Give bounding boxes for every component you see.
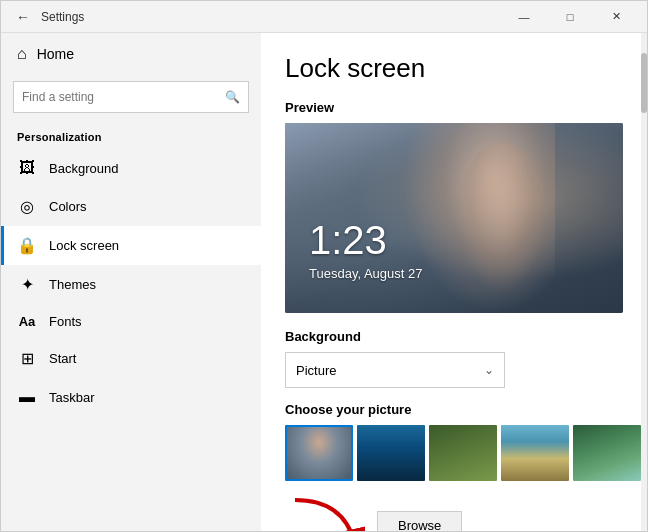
sidebar-item-taskbar[interactable]: ▬ Taskbar <box>1 378 261 416</box>
maximize-button[interactable]: □ <box>547 1 593 33</box>
window-title: Settings <box>37 10 501 24</box>
thumbnail-4[interactable] <box>501 425 569 481</box>
background-label: Background <box>285 329 623 344</box>
title-bar: ← Settings — □ ✕ <box>1 1 647 33</box>
window-controls: — □ ✕ <box>501 1 639 33</box>
sidebar-item-label-background: Background <box>49 161 118 176</box>
sidebar-item-background[interactable]: 🖼 Background <box>1 149 261 187</box>
back-button[interactable]: ← <box>9 3 37 31</box>
lock-screen-preview: 1:23 Tuesday, August 27 <box>285 123 623 313</box>
browse-row: Browse <box>285 495 623 531</box>
sidebar-item-label-themes: Themes <box>49 277 96 292</box>
themes-icon: ✦ <box>17 275 37 294</box>
home-label: Home <box>37 46 74 62</box>
page-title: Lock screen <box>285 53 623 84</box>
browse-button[interactable]: Browse <box>377 511 462 532</box>
sidebar-item-label-start: Start <box>49 351 76 366</box>
search-icon: 🔍 <box>225 90 240 104</box>
preview-label: Preview <box>285 100 623 115</box>
start-icon: ⊞ <box>17 349 37 368</box>
preview-time: 1:23 <box>309 218 387 263</box>
taskbar-icon: ▬ <box>17 388 37 406</box>
home-icon: ⌂ <box>17 45 27 63</box>
sidebar-item-label-taskbar: Taskbar <box>49 390 95 405</box>
sidebar-item-label-colors: Colors <box>49 199 87 214</box>
sidebar: ⌂ Home 🔍 Personalization 🖼 Background ◎ … <box>1 33 261 531</box>
sidebar-item-themes[interactable]: ✦ Themes <box>1 265 261 304</box>
background-dropdown[interactable]: Picture ⌄ <box>285 352 505 388</box>
lock-screen-icon: 🔒 <box>17 236 37 255</box>
scrollbar-track <box>641 33 647 531</box>
search-input[interactable] <box>22 90 225 104</box>
choose-label: Choose your picture <box>285 402 623 417</box>
sidebar-item-start[interactable]: ⊞ Start <box>1 339 261 378</box>
settings-window: ← Settings — □ ✕ ⌂ Home 🔍 Personalizatio… <box>0 0 648 532</box>
thumbnail-3[interactable] <box>429 425 497 481</box>
arrow-indicator <box>285 495 365 531</box>
thumbnail-2[interactable] <box>357 425 425 481</box>
fonts-icon: Aa <box>17 314 37 329</box>
sidebar-item-fonts[interactable]: Aa Fonts <box>1 304 261 339</box>
background-icon: 🖼 <box>17 159 37 177</box>
colors-icon: ◎ <box>17 197 37 216</box>
sidebar-item-label-fonts: Fonts <box>49 314 82 329</box>
sidebar-item-lock-screen[interactable]: 🔒 Lock screen <box>1 226 261 265</box>
picture-strip <box>285 425 623 481</box>
search-box[interactable]: 🔍 <box>13 81 249 113</box>
scrollbar-thumb[interactable] <box>641 53 647 113</box>
thumbnail-1[interactable] <box>285 425 353 481</box>
main-layout: ⌂ Home 🔍 Personalization 🖼 Background ◎ … <box>1 33 647 531</box>
thumbnail-5[interactable] <box>573 425 641 481</box>
dropdown-value: Picture <box>296 363 336 378</box>
sidebar-item-home[interactable]: ⌂ Home <box>1 33 261 75</box>
close-button[interactable]: ✕ <box>593 1 639 33</box>
sidebar-item-colors[interactable]: ◎ Colors <box>1 187 261 226</box>
preview-date: Tuesday, August 27 <box>309 266 422 281</box>
chevron-down-icon: ⌄ <box>484 363 494 377</box>
section-title: Personalization <box>1 123 261 149</box>
content-area: Lock screen Preview 1:23 Tuesday, August… <box>261 33 647 531</box>
minimize-button[interactable]: — <box>501 1 547 33</box>
sidebar-item-label-lock-screen: Lock screen <box>49 238 119 253</box>
